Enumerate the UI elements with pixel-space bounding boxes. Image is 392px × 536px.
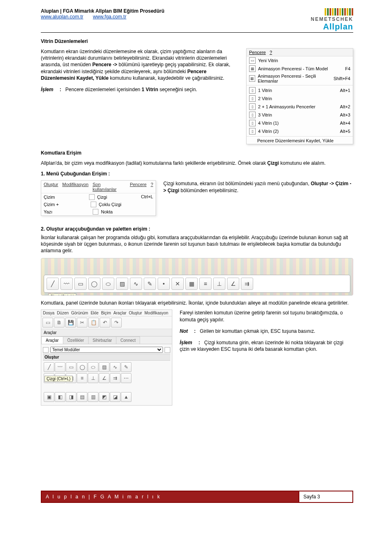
pg-off[interactable]: ⇉ [110, 373, 120, 383]
pg-circ[interactable]: ◯ [77, 362, 87, 372]
tool-circle-button[interactable]: ◯ [88, 278, 100, 290]
menubar-help[interactable]: ? [151, 182, 153, 192]
menu-row-nokta[interactable]: Yazı Nokta [41, 208, 156, 215]
pm-ekle[interactable]: Ekle [91, 311, 98, 315]
menu-help-q[interactable]: ? [270, 50, 272, 55]
pg-free[interactable]: ✎ [121, 362, 131, 372]
std-btn[interactable]: ↷ [111, 318, 122, 327]
layout-4a-icon: ▯ [249, 120, 256, 126]
tool-perp-button[interactable]: ⊥ [213, 278, 225, 290]
cizgi-access-paragraph: Çizgi komutuna, ekranın üst bölümündeki … [163, 180, 353, 193]
pg-h[interactable]: ▲ [121, 392, 131, 402]
std-btn[interactable]: 🗎 [54, 318, 65, 327]
tool-cross-button[interactable]: ✕ [172, 278, 184, 290]
layout-2-icon: ▯ [249, 95, 256, 102]
tool-spline-button[interactable]: ∿ [130, 278, 142, 290]
menu-item-3vitrin[interactable]: ▯3 Vitrin Alt+3 [247, 111, 353, 119]
menu-item-4vitrin2[interactable]: ▯4 Vitrin (2) Alt+5 [247, 127, 353, 135]
std-btn[interactable]: 📋 [88, 318, 99, 327]
pg-par[interactable]: ≡ [77, 373, 87, 383]
tool-line-button[interactable]: ╱ [47, 278, 59, 290]
line-icon [89, 194, 95, 200]
layout-4b-icon: ▯ [249, 128, 256, 135]
tool-parallel-button[interactable]: ≡ [199, 278, 212, 290]
panel-tooltip: Çizgi (Ctrl+L) [45, 376, 73, 382]
menu-row-coklu[interactable]: Çizim + Çoklu Çizgi [41, 201, 156, 208]
pg-spl[interactable]: ∿ [110, 362, 120, 372]
menu-row-cizgi[interactable]: Çizim Çizgi Ctrl+L [41, 193, 156, 201]
pg-c[interactable]: ◨ [66, 392, 76, 402]
tool-block-button[interactable]: ▦ [185, 278, 198, 290]
std-btn[interactable]: ▭ [42, 318, 53, 327]
menu-item-kaydet-yukle[interactable]: Pencere Düzenlemesini Kaydet, Yükle [247, 137, 353, 144]
module-select[interactable]: Temel Modüller [50, 347, 163, 353]
menu-item-anim-tum[interactable]: ▦Animasyon Penceresi - Tüm Model F4 [247, 65, 353, 73]
std-btn[interactable]: ↶ [100, 318, 110, 327]
menu-title-pencere[interactable]: Pencere [249, 50, 266, 55]
vitrin-paragraph: Komutların ekran üzerindeki düzenlemesin… [41, 48, 239, 81]
menubar-olustur[interactable]: Oluştur [44, 182, 58, 192]
doc-title: Aluplan | FGA Mimarlık Allplan BIM Eğiti… [41, 8, 165, 14]
menu-item-2plus1[interactable]: ▯2 + 1 Animasyonlu Pencerler Alt+2 [247, 103, 353, 111]
animation-icon: ▦ [249, 65, 256, 72]
menu-item-anim-secili[interactable]: ▦Animasyon Penceresi - Seçili Elemanlar … [247, 73, 353, 84]
module-icon [43, 347, 49, 353]
tool-freehand-button[interactable]: ✎ [144, 278, 156, 290]
not-line: Not : Girilen bir komuttan çıkmak için, … [180, 328, 353, 334]
menubar-pencere[interactable]: Pencere [130, 182, 147, 192]
std-btn[interactable]: ✂ [77, 318, 87, 327]
window-icon: ▭ [249, 57, 256, 64]
menu-item-yeni-vitrin[interactable]: ▭Yeni Vitrin [247, 56, 353, 65]
section-vitrin-title: Vitrin Düzenlemeleri [41, 38, 353, 44]
menu-item-1vitrin[interactable]: ▯1 Vitrin Alt+1 [247, 86, 353, 94]
pg-a[interactable]: ▣ [44, 392, 54, 402]
pm-araclar[interactable]: Araçlar [114, 311, 127, 315]
std-btn[interactable]: 💾 [65, 318, 76, 327]
pm-gorunum[interactable]: Görünüm [71, 311, 88, 315]
pg-b[interactable]: ◧ [55, 392, 65, 402]
pm-bicim[interactable]: Biçim [101, 311, 111, 315]
pm-dosya[interactable]: Dosya [43, 311, 54, 315]
tool-angle-button[interactable]: ∠ [227, 278, 239, 290]
tool-polyline-button[interactable]: 〰 [60, 278, 73, 290]
toolbar-screenshot: ╱ 〰 ▭ ◯ ⬭ ▨ ∿ ✎ • ✕ ▦ ≡ ⊥ ∠ ⇉ Çizgi (Ctr… [41, 258, 353, 296]
tool-offset-button[interactable]: ⇉ [241, 278, 253, 290]
tab-ozellikler[interactable]: Özellikler [63, 336, 89, 344]
komutlara-paragraph: Allplan'da, bir çizim veya modifikasyon … [41, 160, 353, 166]
pg-line[interactable]: ╱ [44, 362, 54, 372]
menubar-son[interactable]: Son kullanılanlar [93, 182, 126, 192]
layout-21-icon: ▯ [249, 103, 256, 110]
pg-poly[interactable]: 〰 [55, 362, 65, 372]
pm-duzen[interactable]: Düzen [57, 311, 69, 315]
module-opt-icon[interactable] [165, 347, 170, 353]
islem-line-2: İşlem : Çizgi komutuna girin, ekran üzer… [180, 339, 353, 352]
pg-g[interactable]: ◪ [110, 392, 120, 402]
pg-e[interactable]: ▥ [88, 392, 98, 402]
menu-item-4vitrin1[interactable]: ▯4 Vitrin (1) Alt+4 [247, 119, 353, 127]
pg-perp[interactable]: ⊥ [88, 373, 98, 383]
tab-connect[interactable]: Connect [116, 336, 140, 344]
menubar-modifikasyon[interactable]: Modifikasyon [62, 182, 88, 192]
link-aluplan[interactable]: www.aluplan.com.tr [41, 14, 83, 20]
tool-pattern-button[interactable]: ▨ [116, 278, 128, 290]
tool-rect-button[interactable]: ▭ [74, 278, 87, 290]
pg-pat[interactable]: ▨ [99, 362, 109, 372]
pg-d[interactable]: ▤ [77, 392, 87, 402]
tab-araclar[interactable]: Araçlar [41, 336, 63, 344]
tab-sihirbazlar[interactable]: Sihirbazlar [88, 336, 116, 344]
pg-ell[interactable]: ⬭ [88, 362, 98, 372]
menu-item-2vitrin[interactable]: ▯2 Vitrin [247, 94, 353, 103]
pg-misc[interactable]: ⋯ [121, 373, 131, 383]
point-icon [93, 209, 98, 215]
brand-allplan: Allplan [311, 22, 353, 31]
tool-ellipse-button[interactable]: ⬭ [102, 278, 114, 290]
link-fga[interactable]: www.fga.com.tr [93, 14, 126, 20]
pg-rect[interactable]: ▭ [66, 362, 76, 372]
pm-olustur[interactable]: Oluştur [129, 311, 142, 315]
pg-ang[interactable]: ∠ [99, 373, 109, 383]
section-komutlara-title: Komutlara Erişim [41, 150, 353, 156]
pg-f[interactable]: ◩ [99, 392, 109, 402]
tool-point-button[interactable]: • [158, 278, 170, 290]
pm-modif[interactable]: Modifikasyon [145, 311, 168, 315]
footer-left: A l u p l a n | F G A M i m a r l ı k [42, 491, 298, 502]
